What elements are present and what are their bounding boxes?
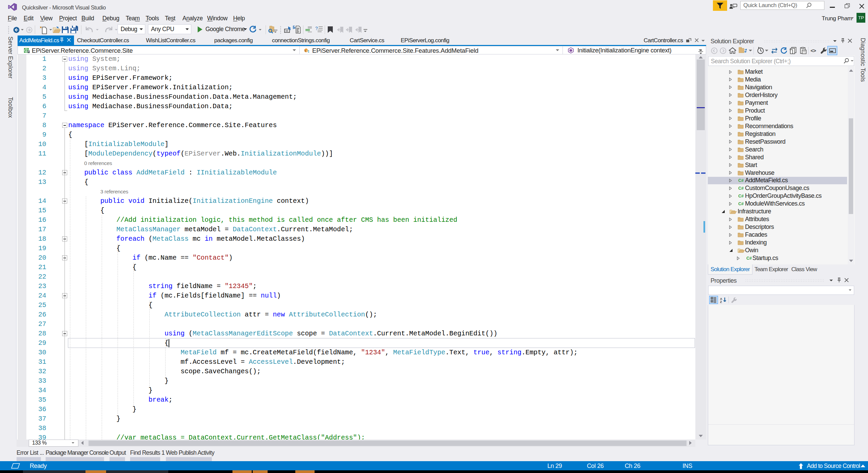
svg-text:?: ? [315, 26, 318, 31]
svg-text:C#: C# [738, 202, 744, 206]
svg-text:Z: Z [720, 300, 722, 303]
svg-text:C#: C# [738, 194, 744, 198]
svg-text:C#: C# [738, 186, 744, 191]
svg-text:C#: C# [746, 256, 752, 261]
svg-text:C#: C# [738, 178, 744, 183]
